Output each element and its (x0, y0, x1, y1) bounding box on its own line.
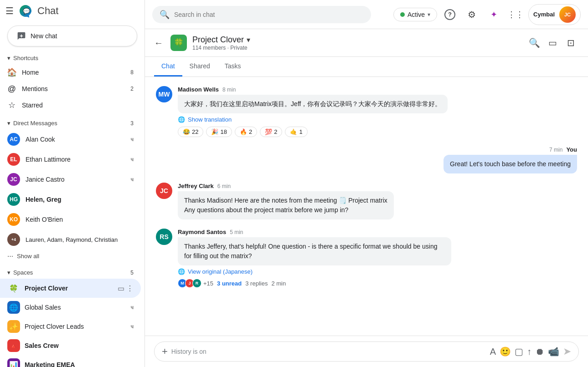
author-raymond: Raymond Santos (178, 229, 226, 235)
tasks-btn[interactable]: ⊡ (562, 35, 579, 51)
show-all-contacts-btn[interactable]: ⋯ Show all (0, 250, 141, 263)
reaction-fire[interactable]: 🔥 2 (235, 127, 257, 137)
add-button[interactable]: + (162, 346, 168, 357)
space-sales-crew[interactable]: 🔺 Sales Crew (0, 336, 141, 355)
user-account-btn[interactable]: Cymbal JC (528, 4, 581, 25)
active-status-btn[interactable]: Active ▾ (393, 8, 437, 21)
show-translation-btn[interactable]: 🌐 Show translation (178, 116, 497, 123)
dm-ethan-lattimore[interactable]: EL Ethan Lattimore ч (0, 149, 141, 169)
reaction-hundred[interactable]: 💯 2 (260, 127, 282, 137)
space-global-sales[interactable]: 🌐 Global Sales ч (0, 298, 141, 317)
search-icon: 🔍 (160, 10, 170, 20)
video-icon[interactable]: 📹 (548, 346, 559, 357)
thread-replies-row: M J R +15 3 unread 3 replies 2 min (178, 279, 497, 288)
space-clover-leads[interactable]: ✨ Project Clover Leads ч (0, 317, 141, 336)
dm-section-header[interactable]: ▾ Direct Messages 3 (0, 117, 144, 129)
sidebar-item-mentions[interactable]: @ Mentions 2 (0, 81, 141, 97)
app-title-label: Chat (37, 5, 58, 17)
apps-grid-icon: ⋮⋮ (507, 10, 524, 20)
spaces-section-header[interactable]: ▾ Spaces 5 (0, 266, 144, 279)
chat-title-chevron[interactable]: ▾ (247, 36, 250, 44)
main-area: 🔍 Active ▾ ? ⚙ ✦ ⋮⋮ Cymba (145, 0, 588, 367)
message-row-jeffrey: JC Jeffrey Clark 6 min Thanks Madison! H… (156, 183, 577, 219)
spaces-label: Spaces (13, 269, 33, 276)
dm-badge: 3 (130, 120, 137, 127)
gemini-button[interactable]: ✦ (485, 5, 503, 24)
message-content-jeffrey: Jeffrey Clark 6 min Thanks Madison! Here… (178, 183, 497, 219)
dm-janice-castro[interactable]: JC Janice Castro ч (0, 169, 141, 189)
reaction-party[interactable]: 🎉 18 (206, 127, 232, 137)
settings-button[interactable]: ⚙ (463, 5, 481, 24)
thread-unread-btn[interactable]: 3 unread (217, 280, 242, 287)
menu-icon[interactable]: ☰ (5, 5, 14, 16)
back-button[interactable]: ← (154, 38, 163, 48)
dm-lauren-name: Lauren, Adam, Raymond, Christian (26, 236, 118, 243)
mentions-badge: 2 (130, 86, 134, 92)
drive-attach-icon[interactable]: ↑ (527, 347, 531, 357)
message-meta-madison: Madison Wells 8 min (178, 86, 497, 93)
input-wrap: + History is on A 🙂 ▢ ↑ ⏺ 📹 ➤ (154, 342, 579, 362)
new-chat-label: New chat (31, 32, 57, 40)
tab-chat[interactable]: Chat (154, 57, 182, 76)
dm-alan-cook[interactable]: AC Alan Cook ч (0, 129, 141, 149)
space-global-name: Global Sales (25, 304, 61, 311)
new-chat-button[interactable]: New chat (7, 25, 137, 46)
home-icon: 🏠 (7, 68, 16, 77)
dm-ethan-badge: ч (131, 156, 134, 163)
format-text-icon[interactable]: A (490, 347, 496, 357)
dm-alan-badge: ч (131, 136, 134, 143)
thread-replies-label: 3 replies (245, 280, 268, 287)
topbar-icons: Active ▾ ? ⚙ ✦ ⋮⋮ Cymbal JC (393, 4, 581, 25)
emoji-fire: 🔥 (240, 128, 247, 135)
chat-title: Project Clover (192, 35, 244, 45)
shortcuts-section[interactable]: ▾ Shortcuts (0, 52, 144, 64)
space-project-clover[interactable]: 🍀 Project Clover ▭ ⋮ (0, 279, 141, 298)
send-button[interactable]: ➤ (563, 346, 571, 357)
record-icon[interactable]: ⏺ (535, 347, 544, 357)
message-input[interactable]: History is on (171, 348, 486, 355)
show-all-contacts-label: Show all (17, 253, 39, 260)
space-header-icon: 🍀 (170, 35, 187, 51)
count-fire: 2 (249, 128, 252, 135)
avatar-ethan: EL (7, 153, 20, 166)
help-button[interactable]: ? (441, 5, 459, 24)
emoji-laugh: 😂 (183, 128, 190, 135)
active-dot (400, 12, 405, 17)
sidebar-item-starred[interactable]: ☆ Starred (0, 97, 141, 113)
emoji-icon[interactable]: 🙂 (500, 346, 511, 357)
view-original-btn[interactable]: 🌐 View original (Japanese) (178, 268, 497, 275)
more-icon[interactable]: ⋮ (126, 284, 134, 293)
input-area: + History is on A 🙂 ▢ ↑ ⏺ 📹 ➤ (145, 336, 588, 367)
attachment-icon[interactable]: ▢ (515, 346, 523, 357)
search-input-wrap[interactable]: 🔍 (152, 6, 371, 23)
space-icon-marketing: 📊 (7, 358, 20, 367)
shortcuts-label: Shortcuts (13, 55, 38, 61)
reaction-shaka[interactable]: 🤙 1 (285, 127, 307, 137)
dm-keith-obrien[interactable]: KO Keith O'Brien (0, 209, 141, 229)
spaces-badge: 5 (130, 270, 137, 276)
reaction-laugh[interactable]: 😂 22 (178, 127, 203, 137)
tab-tasks[interactable]: Tasks (217, 57, 248, 76)
space-marketing-emea[interactable]: 📊 Marketing EMEA (0, 355, 141, 367)
shortcuts-chevron: ▾ (7, 55, 10, 61)
dm-lauren-group[interactable]: +4 Lauren, Adam, Raymond, Christian (0, 229, 141, 250)
apps-grid-button[interactable]: ⋮⋮ (506, 5, 525, 24)
author-madison: Madison Wells (178, 86, 219, 93)
space-icon-global: 🌐 (7, 301, 20, 314)
meet-btn[interactable]: ▭ (544, 35, 561, 51)
tab-shared[interactable]: Shared (182, 57, 217, 76)
avatar-lauren-group: +4 (7, 233, 20, 246)
sidebar-item-home[interactable]: 🏠 Home 8 (0, 64, 141, 81)
videocam-icon[interactable]: ▭ (118, 284, 124, 293)
bubble-raymond: Thanks Jeffery, that's helpful! One ques… (178, 237, 451, 265)
search-input[interactable] (174, 11, 364, 18)
user-avatar: JC (559, 6, 576, 23)
thread-avatars: M J R (178, 279, 200, 288)
topbar: 🔍 Active ▾ ? ⚙ ✦ ⋮⋮ Cymba (145, 0, 588, 29)
text-raymond: Thanks Jeffery, that's helpful! One ques… (184, 243, 437, 260)
text-you: Great! Let's touch base before the meeti… (450, 160, 571, 168)
sidebar-header: ☰ 💬 Chat (0, 0, 144, 22)
search-in-chat-btn[interactable]: 🔍 (526, 35, 542, 51)
dm-helen-greg[interactable]: HG Helen, Greg (0, 189, 141, 209)
dm-alan-name: Alan Cook (26, 136, 55, 143)
